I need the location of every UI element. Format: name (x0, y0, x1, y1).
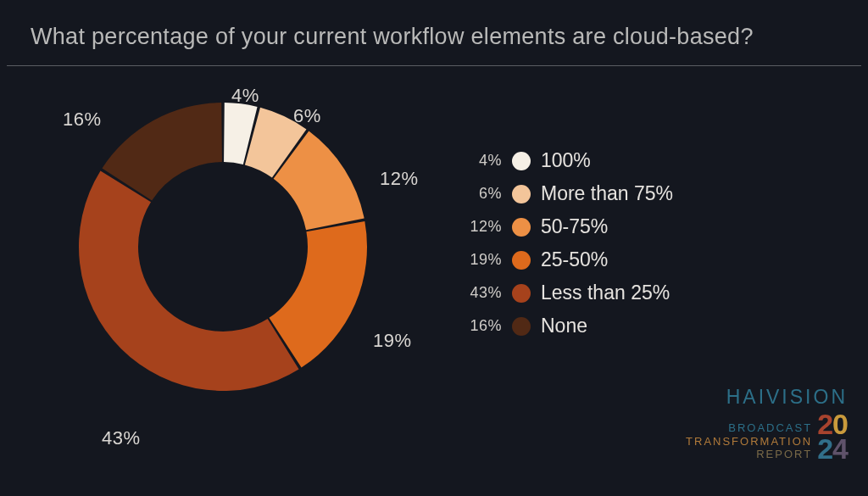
legend-label: 50-75% (541, 215, 608, 238)
slice-label: 12% (380, 168, 419, 190)
brand-line2: TRANSFORMATION (686, 435, 812, 449)
legend-pct: 16% (458, 317, 502, 335)
slice-label: 19% (373, 330, 412, 352)
legend-row: 12%50-75% (458, 215, 673, 238)
legend-swatch (512, 251, 531, 270)
brand-company: HAIVISION (686, 387, 848, 407)
slice-label: 6% (293, 105, 321, 127)
brand-line1: BROADCAST (686, 421, 812, 435)
chart-content: 4%6%12%19%43%16% 4%100%6%More than 75%12… (0, 66, 868, 473)
legend-row: 4%100% (458, 149, 673, 172)
slice-label: 16% (63, 109, 102, 131)
legend-row: 43%Less than 25% (458, 281, 673, 304)
legend-swatch (512, 152, 531, 170)
legend-pct: 19% (458, 251, 502, 269)
slice-label: 43% (102, 427, 141, 449)
legend-label: More than 75% (541, 182, 673, 205)
legend: 4%100%6%More than 75%12%50-75%19%25-50%4… (458, 149, 673, 337)
legend-swatch (512, 284, 531, 303)
chart-title: What percentage of your current workflow… (0, 0, 868, 65)
brand-line3: REPORT (686, 448, 812, 461)
legend-pct: 12% (458, 218, 502, 236)
legend-swatch (512, 317, 531, 336)
donut-svg (66, 90, 380, 404)
branding: HAIVISION BROADCAST TRANSFORMATION REPOR… (686, 387, 848, 461)
legend-swatch (512, 218, 531, 237)
legend-label: Less than 25% (541, 281, 670, 304)
legend-pct: 6% (458, 185, 502, 203)
legend-label: 25-50% (541, 248, 608, 271)
legend-row: 19%25-50% (458, 248, 673, 271)
legend-row: 6%More than 75% (458, 182, 673, 205)
legend-pct: 4% (458, 152, 502, 170)
slice-label: 4% (231, 85, 259, 107)
donut-chart: 4%6%12%19%43%16% (66, 90, 380, 404)
donut-slice (79, 170, 299, 391)
legend-row: 16%None (458, 315, 673, 337)
brand-year: 2 0 2 4 (817, 412, 848, 461)
legend-label: 100% (541, 149, 591, 172)
legend-pct: 43% (458, 284, 502, 302)
legend-label: None (541, 315, 587, 337)
legend-swatch (512, 185, 531, 203)
